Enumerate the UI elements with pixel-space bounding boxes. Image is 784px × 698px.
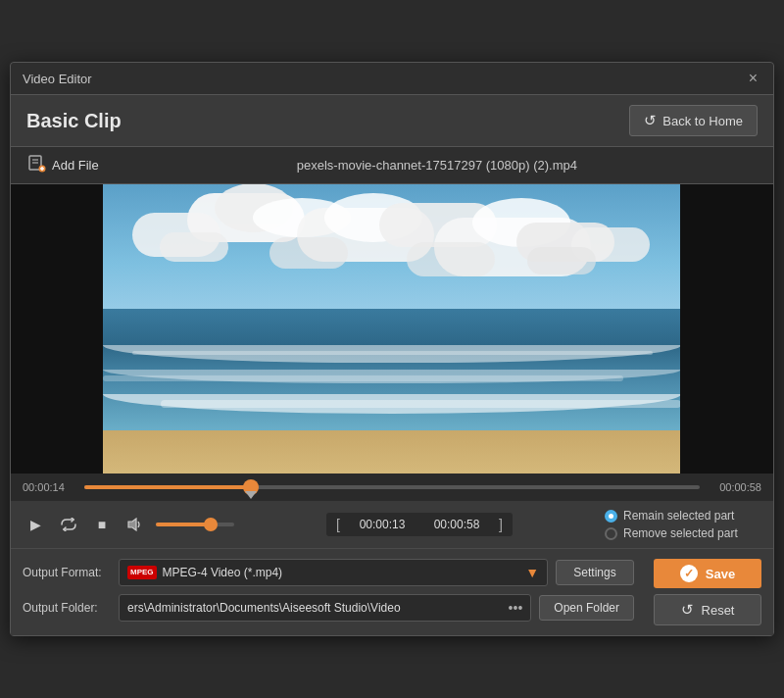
header-bar: Basic Clip ↺ Back to Home	[11, 95, 773, 147]
sand	[103, 430, 681, 474]
file-name-display: pexels-movie-channet-17517297 (1080p) (2…	[113, 158, 761, 173]
back-to-home-label: Back to Home	[662, 114, 743, 128]
remove-radio[interactable]	[605, 527, 617, 540]
format-value: MPEG-4 Video (*.mp4)	[163, 566, 520, 579]
svg-marker-6	[128, 519, 136, 530]
timeline-end-time: 00:00:58	[708, 481, 761, 493]
volume-thumb[interactable]	[204, 518, 218, 531]
remain-option[interactable]: Remain selected part	[605, 509, 761, 523]
mpeg-icon: MPEG	[127, 566, 157, 578]
selection-options: Remain selected part Remove selected par…	[605, 509, 761, 540]
back-to-home-button[interactable]: ↺ Back to Home	[629, 105, 758, 136]
title-bar: Video Editor ×	[11, 63, 773, 95]
output-format-row: Output Format: MPEG MPEG-4 Video (*.mp4)…	[23, 559, 634, 586]
volume-filled	[156, 523, 211, 526]
timeline-current-time: 00:00:14	[23, 481, 76, 493]
action-buttons: Save ↺ Reset	[654, 559, 761, 625]
reset-icon: ↺	[681, 601, 694, 619]
page-title: Basic Clip	[26, 110, 122, 132]
save-label: Save	[706, 567, 735, 581]
remain-label: Remain selected part	[623, 509, 734, 523]
controls-bar: ▶ ■ [ ]	[11, 501, 773, 549]
add-file-label: Add File	[52, 158, 99, 173]
reset-button[interactable]: ↺ Reset	[654, 594, 761, 625]
folder-dots: •••	[509, 600, 523, 616]
timeline-filled	[84, 485, 251, 489]
toolbar: Add File pexels-movie-channet-17517297 (…	[11, 147, 773, 184]
reset-label: Reset	[702, 603, 735, 618]
trim-time-group: [ ]	[326, 513, 513, 536]
video-preview	[103, 184, 681, 474]
play-button[interactable]: ▶	[23, 512, 48, 537]
end-time-input[interactable]	[422, 518, 491, 531]
remove-option[interactable]: Remove selected part	[605, 526, 761, 540]
loop-button[interactable]	[56, 512, 81, 537]
volume-track[interactable]	[156, 523, 234, 526]
start-time-input[interactable]	[348, 518, 416, 531]
ocean	[103, 309, 681, 430]
beach-scene	[103, 184, 681, 474]
add-file-icon	[28, 155, 46, 175]
save-button[interactable]: Save	[654, 559, 761, 588]
close-button[interactable]: ×	[745, 71, 761, 86]
dropdown-arrow-icon: ▼	[525, 565, 539, 580]
black-bar-right	[680, 184, 773, 474]
black-bar-left	[11, 184, 104, 474]
bracket-left-button[interactable]: [	[334, 517, 342, 532]
bracket-right-button[interactable]: ]	[497, 517, 505, 532]
stop-button[interactable]: ■	[89, 512, 115, 537]
add-file-button[interactable]: Add File	[23, 153, 105, 177]
check-icon	[680, 565, 698, 582]
volume-button[interactable]	[122, 512, 148, 537]
output-section: Output Format: MPEG MPEG-4 Video (*.mp4)…	[11, 549, 773, 635]
window-title: Video Editor	[23, 72, 92, 86]
output-folder-row: Output Folder: ers\Administrator\Documen…	[23, 594, 634, 622]
trim-marker	[245, 491, 257, 499]
folder-path-text: ers\Administrator\Documents\Aiseesoft St…	[127, 601, 505, 615]
timeline-track[interactable]	[84, 485, 700, 489]
remain-radio[interactable]	[605, 510, 617, 523]
folder-label: Output Folder:	[23, 601, 111, 615]
settings-button[interactable]: Settings	[556, 560, 634, 585]
open-folder-button[interactable]: Open Folder	[539, 595, 634, 621]
refresh-icon: ↺	[644, 112, 657, 129]
format-select[interactable]: MPEG MPEG-4 Video (*.mp4) ▼	[119, 559, 548, 586]
video-container	[11, 184, 773, 474]
remove-label: Remove selected part	[623, 526, 738, 540]
timeline-bar: 00:00:14 00:00:58	[11, 474, 773, 501]
main-window: Video Editor × Basic Clip ↺ Back to Home	[10, 62, 774, 636]
format-label: Output Format:	[23, 566, 111, 579]
folder-path: ers\Administrator\Documents\Aiseesoft St…	[119, 594, 531, 622]
